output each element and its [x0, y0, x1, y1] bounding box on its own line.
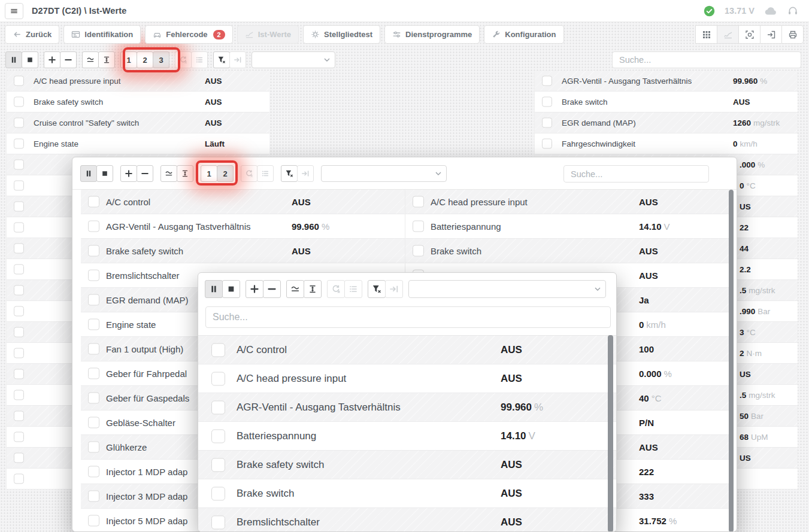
row-checkbox[interactable]: [14, 139, 24, 149]
row-checkbox[interactable]: [14, 285, 24, 296]
clear-filter-button[interactable]: [213, 51, 230, 68]
row-checkbox[interactable]: [88, 343, 99, 355]
row-checkbox[interactable]: [88, 491, 99, 502]
stop-button[interactable]: [222, 280, 240, 298]
columns-1-button[interactable]: 1: [201, 165, 217, 182]
parameter-group-dropdown[interactable]: [321, 165, 447, 182]
row-checkbox[interactable]: [14, 390, 24, 400]
print-button[interactable]: [781, 25, 804, 44]
row-checkbox[interactable]: [14, 202, 24, 212]
row-checkbox[interactable]: [14, 411, 24, 421]
row-checkbox[interactable]: [14, 369, 24, 379]
row-checkbox[interactable]: [14, 306, 24, 317]
search-input[interactable]: [205, 306, 611, 328]
row-checkbox[interactable]: [88, 221, 99, 232]
zoom-in-button[interactable]: [120, 165, 137, 182]
export-button[interactable]: [760, 25, 782, 44]
tab-dienstprogramme[interactable]: Dienstprogramme: [384, 25, 480, 44]
row-checkbox[interactable]: [542, 118, 552, 128]
pause-button[interactable]: [205, 280, 223, 298]
columns-3-button[interactable]: 3: [153, 51, 169, 68]
tab-ist-werte[interactable]: Ist-Werte: [237, 25, 299, 44]
tab-fehlercode[interactable]: Fehlercode 2: [145, 25, 232, 44]
tab-konfiguration[interactable]: Konfiguration: [484, 25, 563, 44]
row-checkbox[interactable]: [211, 343, 225, 357]
stop-button[interactable]: [22, 51, 38, 68]
row-checkbox[interactable]: [14, 160, 24, 170]
select-list-button[interactable]: [344, 280, 362, 298]
row-checkbox[interactable]: [88, 368, 99, 379]
row-checkbox[interactable]: [88, 294, 99, 306]
tab-stellgliedtest[interactable]: Stellgliedtest: [303, 25, 380, 44]
fit-height-button[interactable]: [98, 51, 115, 68]
fit-height-button[interactable]: [177, 165, 193, 182]
row-checkbox[interactable]: [14, 76, 24, 86]
row-checkbox[interactable]: [211, 458, 225, 472]
search-input[interactable]: [612, 51, 801, 68]
row-checkbox[interactable]: [413, 245, 424, 257]
row-checkbox[interactable]: [413, 196, 424, 208]
row-checkbox[interactable]: [14, 474, 24, 484]
clear-filter-button[interactable]: [368, 280, 386, 298]
parameter-group-dropdown[interactable]: [408, 280, 606, 298]
row-checkbox[interactable]: [14, 97, 24, 107]
row-checkbox[interactable]: [88, 270, 99, 281]
row-checkbox[interactable]: [88, 466, 99, 478]
headset-icon[interactable]: [787, 5, 798, 16]
zoom-out-button[interactable]: [60, 51, 77, 68]
columns-1-button[interactable]: 1: [120, 51, 137, 68]
row-checkbox[interactable]: [88, 196, 99, 208]
row-checkbox[interactable]: [413, 221, 424, 232]
zoom-in-button[interactable]: [44, 51, 60, 68]
menu-button[interactable]: [5, 3, 23, 19]
smooth-button[interactable]: [160, 165, 177, 182]
zoom-in-button[interactable]: [246, 280, 263, 298]
row-checkbox[interactable]: [542, 97, 552, 107]
row-checkbox[interactable]: [14, 327, 24, 338]
pause-button[interactable]: [80, 165, 97, 182]
row-checkbox[interactable]: [14, 265, 24, 275]
zoom-out-button[interactable]: [263, 280, 281, 298]
reset-button[interactable]: [175, 51, 192, 68]
row-checkbox[interactable]: [88, 515, 99, 527]
chart-view-button[interactable]: [717, 25, 739, 44]
columns-2-button[interactable]: 2: [137, 51, 153, 68]
row-checkbox[interactable]: [14, 348, 24, 358]
row-checkbox[interactable]: [88, 417, 99, 428]
cloud-icon[interactable]: [764, 6, 778, 16]
row-checkbox[interactable]: [542, 76, 552, 86]
pin-right-button[interactable]: [297, 165, 314, 182]
back-button[interactable]: Zurück: [5, 25, 59, 44]
search-input[interactable]: [563, 165, 709, 183]
row-checkbox[interactable]: [88, 319, 99, 330]
row-checkbox[interactable]: [211, 429, 225, 443]
row-checkbox[interactable]: [88, 245, 99, 257]
reset-button[interactable]: [327, 280, 345, 298]
stop-button[interactable]: [96, 165, 113, 182]
clear-filter-button[interactable]: [281, 165, 298, 182]
select-list-button[interactable]: [191, 51, 208, 68]
row-checkbox[interactable]: [14, 181, 24, 191]
row-checkbox[interactable]: [211, 515, 225, 529]
scrollbar-thumb[interactable]: [729, 190, 734, 532]
smooth-button[interactable]: [286, 280, 304, 298]
select-list-button[interactable]: [257, 165, 274, 182]
zoom-out-button[interactable]: [137, 165, 153, 182]
row-checkbox[interactable]: [14, 453, 24, 463]
row-checkbox[interactable]: [211, 487, 225, 500]
row-checkbox[interactable]: [88, 393, 99, 404]
row-checkbox[interactable]: [14, 118, 24, 128]
pin-right-button[interactable]: [385, 280, 403, 298]
smooth-button[interactable]: [82, 51, 99, 68]
row-checkbox[interactable]: [14, 432, 24, 442]
row-checkbox[interactable]: [542, 139, 552, 149]
row-checkbox[interactable]: [14, 223, 24, 233]
parameter-group-dropdown[interactable]: [252, 51, 335, 68]
row-checkbox[interactable]: [211, 400, 225, 414]
focus-mode-button[interactable]: [738, 25, 760, 44]
scrollbar-thumb[interactable]: [608, 335, 613, 532]
tab-identifikation[interactable]: Identifikation: [63, 25, 141, 44]
pause-button[interactable]: [5, 51, 22, 68]
reset-button[interactable]: [241, 165, 257, 182]
row-checkbox[interactable]: [211, 372, 225, 385]
